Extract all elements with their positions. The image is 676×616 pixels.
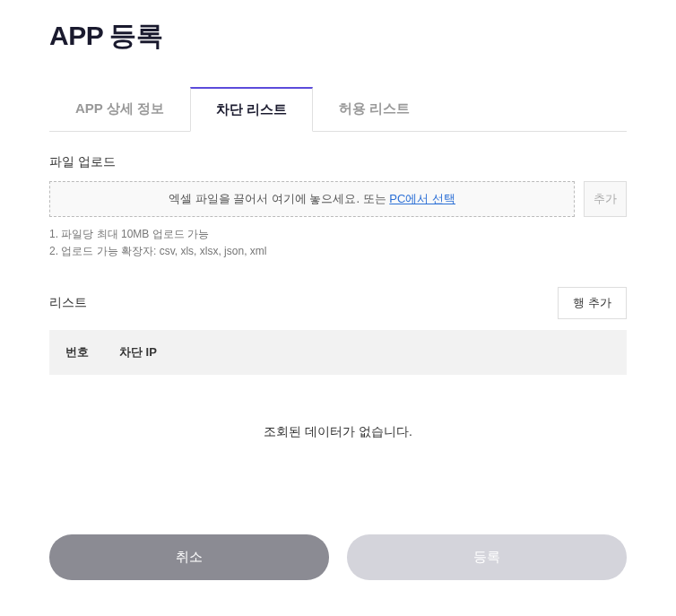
file-dropzone[interactable]: 엑셀 파일을 끌어서 여기에 놓으세요. 또는 PC에서 선택 [49, 181, 575, 217]
tabs: APP 상세 정보 차단 리스트 허용 리스트 [49, 86, 627, 132]
page-title: APP 등록 [49, 18, 627, 55]
column-number: 번호 [65, 344, 119, 360]
cancel-button[interactable]: 취소 [49, 534, 329, 580]
file-upload-label: 파일 업로드 [49, 154, 627, 170]
list-label: 리스트 [49, 295, 87, 311]
upload-hints: 1. 파일당 최대 10MB 업로드 가능 2. 업로드 가능 확장자: csv… [49, 226, 627, 260]
submit-button[interactable]: 등록 [347, 534, 627, 580]
upload-hint-2: 2. 업로드 가능 확장자: csv, xls, xlsx, json, xml [49, 243, 627, 260]
dropzone-text: 엑셀 파일을 끌어서 여기에 놓으세요. 또는 [169, 192, 389, 205]
column-blocked-ip: 차단 IP [119, 344, 611, 360]
tab-block-list[interactable]: 차단 리스트 [190, 87, 313, 132]
add-row-button[interactable]: 행 추가 [558, 287, 627, 319]
empty-state-message: 조회된 데이터가 없습니다. [49, 375, 627, 516]
pc-select-link[interactable]: PC에서 선택 [389, 192, 455, 205]
upload-hint-1: 1. 파일당 최대 10MB 업로드 가능 [49, 226, 627, 243]
table-header: 번호 차단 IP [49, 330, 627, 375]
add-file-button[interactable]: 추가 [584, 181, 627, 217]
tab-allow-list[interactable]: 허용 리스트 [313, 87, 436, 132]
tab-app-detail[interactable]: APP 상세 정보 [49, 87, 190, 132]
